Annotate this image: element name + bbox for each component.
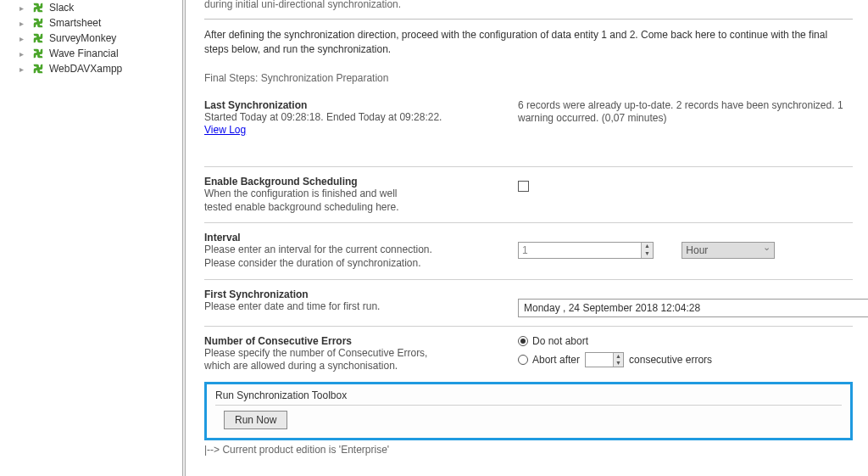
puzzle-icon — [32, 17, 44, 29]
radio-label-post: consecutive errors — [629, 354, 712, 366]
error-count-value[interactable] — [586, 353, 613, 367]
last-sync-desc: Started Today at 09:28:18. Ended Today a… — [204, 111, 518, 125]
interval-desc2: Please consider the duration of synchron… — [204, 257, 518, 271]
chevron-right-icon[interactable] — [19, 64, 28, 73]
last-sync-row: Last Synchronization Started Today at 09… — [204, 99, 853, 137]
interval-value[interactable]: 1 — [519, 243, 641, 258]
radio-label: Do not abort — [532, 335, 588, 347]
divider — [204, 222, 853, 223]
main-panel: during initial uni-directional synchroni… — [186, 0, 868, 476]
radio-icon[interactable] — [518, 355, 528, 365]
first-sync-title: First Synchronization — [204, 288, 518, 300]
first-sync-value: Monday , 24 September 2018 12:04:28 — [524, 302, 700, 314]
chevron-right-icon[interactable] — [19, 34, 28, 42]
error-count-spinner[interactable]: ▲▼ — [585, 352, 624, 367]
errors-title: Number of Consecutive Errors — [204, 335, 518, 347]
puzzle-icon — [32, 2, 44, 14]
divider — [215, 405, 842, 406]
divider — [204, 326, 853, 327]
run-toolbox-section: Run Synchronization Toolbox Run Now — [204, 382, 853, 440]
interval-row: Interval Please enter an interval for th… — [204, 232, 853, 270]
errors-desc: Please specify the number of Consecutive… — [204, 347, 450, 373]
chevron-right-icon[interactable] — [19, 19, 28, 27]
puzzle-icon — [32, 63, 44, 75]
interval-spinner[interactable]: 1 ▲▼ — [518, 242, 654, 259]
sidebar-item-label: Wave Financial — [49, 48, 119, 59]
radio-abort-after[interactable]: Abort after ▲▼ consecutive errors — [518, 352, 853, 367]
bg-sched-desc: When the configuration is finished and w… — [204, 188, 425, 214]
divider — [204, 279, 853, 280]
sidebar-item-webdavxampp[interactable]: WebDAVXampp — [0, 61, 178, 76]
intro-paragraph: After defining the synchronization direc… — [204, 28, 853, 57]
truncated-text: during initial uni-directional synchroni… — [204, 0, 853, 10]
sidebar-item-slack[interactable]: Slack — [0, 0, 178, 15]
radio-icon[interactable] — [518, 336, 528, 346]
spinner-buttons[interactable]: ▲▼ — [641, 243, 653, 258]
section-title: Final Steps: Synchronization Preparation — [204, 72, 853, 84]
radio-do-not-abort[interactable]: Do not abort — [518, 335, 853, 347]
sidebar-item-label: Slack — [49, 2, 74, 14]
sidebar-item-label: SurveyMonkey — [49, 32, 116, 44]
run-toolbox-title: Run Synchronization Toolbox — [215, 389, 842, 401]
interval-title: Interval — [204, 232, 518, 244]
sidebar-item-wave-financial[interactable]: Wave Financial — [0, 46, 178, 61]
first-sync-datetime[interactable]: Monday , 24 September 2018 12:04:28 — [518, 299, 868, 317]
spinner-buttons[interactable]: ▲▼ — [613, 353, 623, 367]
view-log-link[interactable]: View Log — [204, 124, 246, 136]
sidebar-item-surveymonkey[interactable]: SurveyMonkey — [0, 31, 178, 46]
interval-unit-label: Hour — [686, 244, 708, 256]
sidebar-item-label: WebDAVXampp — [49, 63, 122, 75]
interval-unit-dropdown[interactable]: Hour — [682, 242, 775, 259]
first-sync-desc: Please enter date and time for first run… — [204, 300, 518, 314]
last-sync-title: Last Synchronization — [204, 99, 518, 111]
divider — [204, 19, 853, 20]
chevron-right-icon[interactable] — [19, 3, 28, 12]
puzzle-icon — [32, 32, 44, 44]
first-sync-row: First Synchronization Please enter date … — [204, 288, 853, 317]
interval-desc1: Please enter an interval for the current… — [204, 244, 518, 257]
sidebar: Slack Smartsheet SurveyMonkey Wave Finan… — [0, 0, 178, 476]
radio-label-pre: Abort after — [532, 354, 580, 366]
last-sync-status: 6 records were already up-to-date. 2 rec… — [518, 99, 853, 126]
consecutive-errors-row: Number of Consecutive Errors Please spec… — [204, 335, 853, 373]
chevron-right-icon[interactable] — [19, 49, 28, 58]
bg-scheduling-row: Enable Background Scheduling When the co… — [204, 176, 853, 214]
bg-sched-checkbox[interactable] — [518, 181, 529, 192]
bg-sched-title: Enable Background Scheduling — [204, 176, 518, 188]
sidebar-item-smartsheet[interactable]: Smartsheet — [0, 15, 178, 31]
run-now-button[interactable]: Run Now — [224, 411, 287, 429]
sidebar-item-label: Smartsheet — [49, 17, 101, 29]
divider — [204, 166, 853, 167]
puzzle-icon — [32, 48, 44, 59]
footer-truncated: |--> Current product edition is 'Enterpr… — [204, 444, 853, 456]
